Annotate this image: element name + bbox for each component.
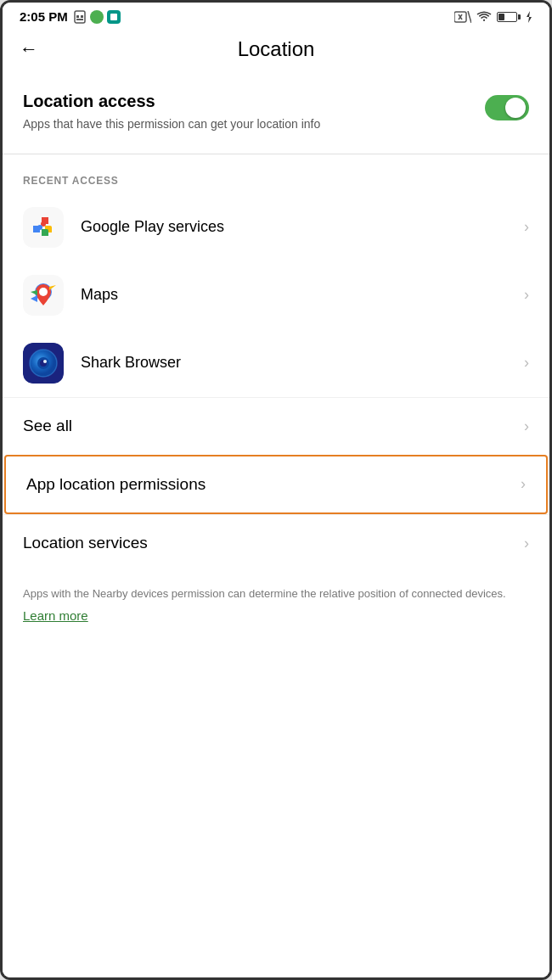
footer-text: Apps with the Nearby devices permission … [23,585,529,602]
svg-rect-0 [75,11,85,23]
see-all-label: See all [23,417,524,435]
maps-label: Maps [81,286,524,304]
location-access-text: Location access Apps that have this perm… [23,92,471,133]
svg-rect-3 [76,19,83,20]
app-item-google-play-services[interactable]: Google Play services › [3,193,549,261]
page-title: Location [55,37,497,61]
shark-browser-icon [23,343,64,384]
status-bar-left: 2:05 PM [20,9,121,24]
shark-browser-label: Shark Browser [81,354,524,372]
location-access-toggle[interactable] [485,95,529,120]
chevron-app-location-permissions: › [521,475,526,493]
battery-icon [497,12,521,22]
toggle-container[interactable] [485,95,529,120]
svg-point-20 [43,360,47,363]
app-item-maps[interactable]: Maps › [3,261,549,329]
location-services-item[interactable]: Location services › [3,514,549,572]
sim-blocked-icon [454,11,471,23]
app-item-shark-browser[interactable]: Shark Browser › [3,329,549,397]
app-location-permissions-label: App location permissions [26,475,521,494]
svg-rect-2 [81,15,83,18]
maps-icon [23,275,64,316]
app-location-permissions-item[interactable]: App location permissions › [4,455,548,514]
location-access-title: Location access [23,92,471,111]
svg-rect-4 [110,14,117,20]
maps-svg [23,275,64,316]
charging-icon [526,11,532,23]
page-content: Location access Apps that have this perm… [3,71,549,977]
status-bar-right [454,11,532,23]
footer-section: Apps with the Nearby devices permission … [3,572,549,645]
chevron-see-all: › [524,417,529,435]
phone-frame: 2:05 PM [0,0,552,980]
google-play-services-svg [23,207,64,248]
svg-point-11 [37,225,42,230]
svg-rect-9 [23,207,64,248]
location-access-desc: Apps that have this permission can get y… [23,116,471,133]
notification-dot-green [90,10,104,24]
svg-line-8 [468,11,471,23]
shark-browser-svg [23,343,64,384]
sim-icon [73,10,87,24]
chevron-location-services: › [524,535,529,552]
svg-point-15 [39,288,48,296]
learn-more-link[interactable]: Learn more [23,608,88,623]
teal-icon-inner [110,13,118,21]
notification-dot-teal [107,10,121,24]
toggle-thumb [505,98,526,118]
google-play-services-label: Google Play services [81,218,524,236]
see-all-item[interactable]: See all › [3,397,549,455]
chevron-google-play-services: › [524,218,529,236]
google-play-services-icon [23,207,64,248]
status-bar: 2:05 PM [3,3,549,27]
recent-access-header: RECENT ACCESS [3,158,549,193]
status-time: 2:05 PM [20,9,68,24]
back-button[interactable]: ← [20,38,38,60]
divider-1 [3,154,549,154]
chevron-shark-browser: › [524,354,529,372]
location-access-section: Location access Apps that have this perm… [3,71,549,150]
status-icons-left [73,10,121,24]
chevron-maps: › [524,286,529,304]
location-services-label: Location services [23,534,524,552]
svg-rect-1 [76,15,79,18]
wifi-icon [476,11,492,23]
page-header: ← Location [3,27,549,71]
